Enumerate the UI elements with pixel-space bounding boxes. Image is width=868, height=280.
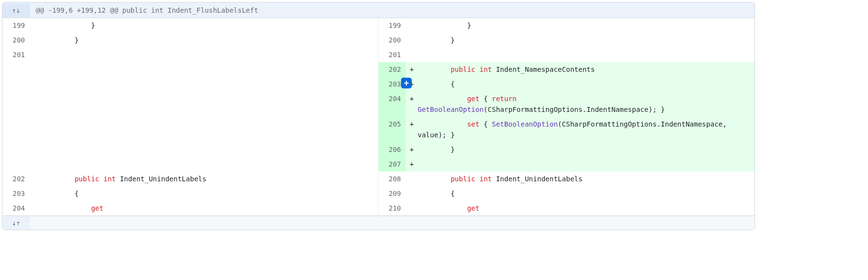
left-side <box>2 77 378 91</box>
line-number-left[interactable] <box>2 142 30 157</box>
code-content: } <box>418 18 755 33</box>
line-number-left[interactable]: 204 <box>2 201 30 215</box>
hunk-footer: ⇣⇡ <box>2 215 755 230</box>
left-side <box>2 117 378 142</box>
left-side: 200 } <box>2 33 378 47</box>
diff-marker <box>406 47 418 62</box>
line-number-right[interactable]: 204 <box>378 91 406 117</box>
footer-fill <box>30 216 755 230</box>
line-number-left[interactable] <box>2 117 30 142</box>
code-content: } <box>42 33 378 47</box>
code-content <box>42 91 378 117</box>
code-content: } <box>418 33 755 47</box>
diff-marker: + <box>406 62 418 77</box>
line-number-left[interactable] <box>2 91 30 117</box>
line-number-left[interactable]: 200 <box>2 33 30 47</box>
diff-marker <box>406 186 418 201</box>
line-number-right[interactable]: 209 <box>378 186 406 201</box>
add-comment-button[interactable]: + <box>401 78 412 88</box>
diff-marker <box>406 33 418 47</box>
code-content <box>42 77 378 91</box>
left-side <box>2 62 378 77</box>
right-side: 207+ <box>378 157 755 172</box>
left-side: 202 public int Indent_UnindentLabels <box>2 172 378 186</box>
line-number-right[interactable]: 206 <box>378 142 406 157</box>
line-number-left[interactable]: 199 <box>2 18 30 33</box>
line-number-right[interactable]: 208 <box>378 172 406 186</box>
right-side: 202+ public int Indent_NamespaceContents <box>378 62 755 77</box>
diff-marker <box>406 201 418 215</box>
diff-marker <box>30 77 42 91</box>
diff-row: 202+ public int Indent_NamespaceContents <box>2 62 755 77</box>
line-number-left[interactable] <box>2 77 30 91</box>
diff-marker <box>30 47 42 62</box>
diff-marker <box>30 117 42 142</box>
code-content <box>42 62 378 77</box>
hunk-header: ⇡⇣ @@ -199,6 +199,12 @@ public int Inden… <box>2 2 755 18</box>
line-number-right[interactable]: 210 <box>378 201 406 215</box>
right-side: 210 get <box>378 201 755 215</box>
diff-marker <box>30 142 42 157</box>
code-content: { <box>418 77 755 91</box>
line-number-right[interactable]: 205 <box>378 117 406 142</box>
code-content <box>42 157 378 172</box>
diff-marker <box>30 91 42 117</box>
code-content: } <box>42 18 378 33</box>
code-content: public int Indent_UnindentLabels <box>418 172 755 186</box>
diff-marker: + <box>406 142 418 157</box>
diff-marker <box>30 62 42 77</box>
diff-row: 205+ set { SetBooleanOption(CSharpFormat… <box>2 117 755 142</box>
diff-marker <box>30 172 42 186</box>
code-content: get <box>418 201 755 215</box>
line-number-left[interactable] <box>2 157 30 172</box>
line-number-left[interactable]: 201 <box>2 47 30 62</box>
diff-marker: + <box>406 157 418 172</box>
hunk-header-text: @@ -199,6 +199,12 @@ public int Indent_F… <box>30 3 264 17</box>
diff-row: 202 public int Indent_UnindentLabels208 … <box>2 172 755 186</box>
line-number-right[interactable]: 200 <box>378 33 406 47</box>
right-side: 203+ { <box>378 77 755 91</box>
diff-marker: + <box>406 91 418 117</box>
line-number-left[interactable]: 203 <box>2 186 30 201</box>
right-side: 208 public int Indent_UnindentLabels <box>378 172 755 186</box>
code-content: } <box>418 142 755 157</box>
expand-up-icon[interactable]: ⇡⇣ <box>2 3 30 17</box>
line-number-right[interactable]: 207 <box>378 157 406 172</box>
code-content: public int Indent_UnindentLabels <box>42 172 378 186</box>
left-side: 203 { <box>2 186 378 201</box>
code-content: { <box>418 186 755 201</box>
left-side <box>2 142 378 157</box>
diff-row: 199 }199 } <box>2 18 755 33</box>
diff-marker <box>30 33 42 47</box>
line-number-right[interactable]: 202 <box>378 62 406 77</box>
left-side: 201 <box>2 47 378 62</box>
diff-marker <box>30 201 42 215</box>
code-content: get { return GetBooleanOption(CSharpForm… <box>418 91 755 117</box>
diff-marker <box>30 157 42 172</box>
left-side: 204 get <box>2 201 378 215</box>
code-content <box>418 47 755 62</box>
left-side <box>2 91 378 117</box>
diff-row: 204+ get { return GetBooleanOption(CShar… <box>2 91 755 117</box>
diff-row: 207+ <box>2 157 755 172</box>
right-side: 199 } <box>378 18 755 33</box>
expand-down-icon[interactable]: ⇣⇡ <box>2 216 30 230</box>
right-side: 200 } <box>378 33 755 47</box>
right-side: 206+ } <box>378 142 755 157</box>
diff-row: 203+ {+ <box>2 77 755 91</box>
left-side <box>2 157 378 172</box>
line-number-right[interactable]: 199 <box>378 18 406 33</box>
code-content: get <box>42 201 378 215</box>
line-number-left[interactable]: 202 <box>2 172 30 186</box>
line-number-right[interactable]: 201 <box>378 47 406 62</box>
right-side: 201 <box>378 47 755 62</box>
right-side: 204+ get { return GetBooleanOption(CShar… <box>378 91 755 117</box>
diff-marker <box>30 18 42 33</box>
diff-row: 200 }200 } <box>2 33 755 47</box>
diff-marker <box>30 186 42 201</box>
line-number-left[interactable] <box>2 62 30 77</box>
diff-row: 204 get210 get <box>2 201 755 215</box>
diff-marker <box>406 18 418 33</box>
right-side: 205+ set { SetBooleanOption(CSharpFormat… <box>378 117 755 142</box>
left-side: 199 } <box>2 18 378 33</box>
